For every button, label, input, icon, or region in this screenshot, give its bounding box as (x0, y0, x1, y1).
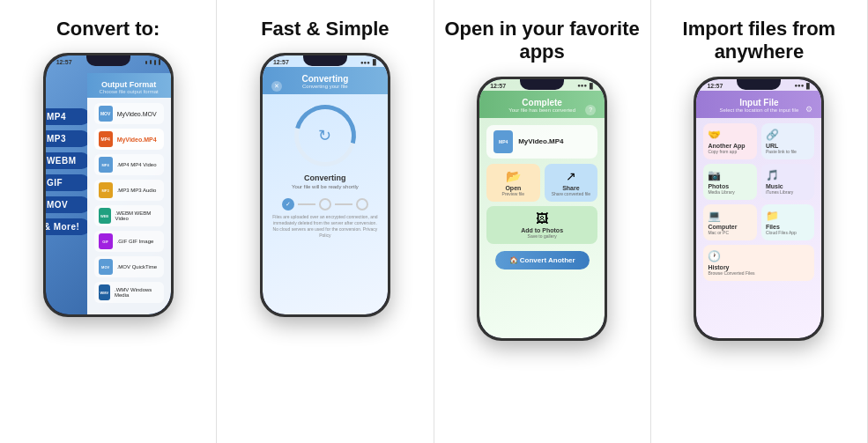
open-icon: 📂 (492, 169, 535, 183)
computer-label: Computer (708, 224, 737, 230)
action-open[interactable]: 📂 Open Preview file (486, 164, 540, 202)
photos-icon: 🖼 (492, 211, 592, 225)
file-name-mp4v: .MP4 MP4 Video (117, 162, 157, 167)
history-icon: 🕐 (708, 250, 721, 262)
file-item-mp4v: MP4 .MP4 MP4 Video (94, 154, 164, 175)
time3: 12:57 (490, 83, 506, 89)
converting-header: ✕ Converting Converting your file (263, 67, 388, 94)
file-icon-mp4: MP4 (99, 131, 113, 147)
files-label: Files (766, 224, 780, 230)
photos-import-icon: 📷 (708, 169, 721, 181)
signal2 (150, 60, 152, 64)
time2: 12:57 (273, 59, 289, 65)
output-header: Output Format Choose file output format (87, 73, 171, 98)
step3 (356, 198, 368, 210)
time: 12:57 (56, 59, 72, 65)
file-list: MOV MyVideo.MOV MP4 MyVideo.MP4 MP4 .MP4… (87, 98, 171, 308)
photos-sublabel: Save to gallery (492, 233, 592, 239)
signal3 (154, 60, 156, 65)
another-app-label: Another App (708, 143, 745, 149)
panel-converting: Fast & Simple 12:57 ●●● ▊ ✕ Converting C… (217, 0, 434, 443)
computer-icon: 💻 (708, 210, 721, 222)
converted-file: MP4 MyVideo.MP4 (486, 125, 597, 159)
file-name-mp4: MyVideo.MP4 (117, 137, 157, 143)
conv-label: Converting (263, 174, 388, 182)
open-label: Open (492, 185, 535, 191)
music-icon: 🎵 (766, 169, 779, 181)
url-label: URL (766, 143, 778, 149)
convert-another-label: 🏠 Convert Another (509, 256, 575, 264)
action-share[interactable]: ↗ Share Share converted file (545, 164, 598, 202)
file-icon-mp3: MP3 (99, 182, 113, 198)
action-photos[interactable]: 🖼 Add to Photos Save to gallery (486, 206, 597, 244)
photos-import-label: Photos (708, 183, 729, 189)
status-icons2: ●●● ▊ (360, 59, 377, 65)
import-history[interactable]: 🕐 History Browse Converted Files (703, 245, 814, 281)
complete-header: ? Complete Your file has been converted (479, 91, 605, 118)
conv-sublabel: Your file will be ready shortly (263, 184, 388, 189)
converting-header-wrap: ✕ Converting Converting your file (263, 67, 388, 94)
help-button[interactable]: ? (585, 105, 596, 115)
import-photos[interactable]: 📷 Photos Media Library (703, 164, 757, 200)
url-sublabel: Paste link to file (766, 149, 797, 154)
signal1 (145, 61, 147, 64)
signal4 (159, 59, 160, 65)
import-another-app[interactable]: 🤝 Another App Copy from app (703, 123, 757, 159)
share-sublabel: Share converted file (550, 191, 593, 196)
panel-convert: Convert to: 12:57 .MP4 .MP3 .WEBM .GIF .… (0, 0, 217, 443)
another-app-sublabel: Copy from app (708, 149, 737, 154)
files-icon: 📁 (766, 210, 779, 222)
format-webm: .WEBM (46, 152, 91, 169)
step-line2 (335, 203, 352, 205)
import-header-wrap: ⚙ Input File Select the location of the … (696, 91, 821, 118)
music-sublabel: iTunes Library (766, 189, 794, 195)
panel-complete-heading: Open in your favorite apps (443, 18, 642, 64)
conv-subtitle: Converting your file (271, 84, 379, 89)
step2 (319, 198, 331, 210)
file-icon-gif: GIF (99, 233, 113, 249)
file-item-mp4: MP4 MyVideo.MP4 (94, 129, 164, 150)
import-header: ⚙ Input File Select the location of the … (696, 91, 821, 118)
convert-another-button[interactable]: 🏠 Convert Another (495, 251, 590, 269)
format-mp3: .MP3 (46, 130, 91, 147)
import-music[interactable]: 🎵 Music iTunes Library (761, 164, 815, 200)
step-line1 (298, 203, 315, 205)
import-files[interactable]: 📁 Files Cloud Files App (761, 204, 815, 240)
file-item-mov: MOV MyVideo.MOV (94, 103, 164, 124)
format-mp4: .MP4 (46, 108, 91, 125)
comp-title: Complete (488, 98, 596, 107)
settings-button[interactable]: ⚙ (805, 105, 812, 114)
format-list: .MP4 .MP3 .WEBM .GIF .MOV & More! (46, 108, 91, 235)
file-name-gif: .GIF GIF Image (117, 239, 154, 244)
computer-sublabel: Mac or PC (708, 230, 729, 235)
close-button[interactable]: ✕ (271, 81, 282, 92)
import-computer[interactable]: 💻 Computer Mac or PC (703, 204, 757, 240)
file-icon-webm: WEB (99, 208, 111, 224)
panel-convert-heading: Convert to: (56, 18, 160, 41)
another-app-icon: 🤝 (708, 129, 721, 141)
imp-subtitle: Select the location of the input file (705, 107, 812, 113)
conv-title: Converting (271, 74, 379, 84)
format-gif: .GIF (46, 174, 91, 191)
file-icon-wmv: WMV (99, 284, 110, 300)
status-icons (145, 59, 160, 65)
music-label: Music (766, 183, 783, 189)
phone-converting: 12:57 ●●● ▊ ✕ Converting Converting your… (260, 53, 390, 317)
phone-import: 12:57 ●●● ▊ ⚙ Input File Select the loca… (694, 77, 824, 341)
file-item-mp3: MP3 .MP3 MP3 Audio (94, 180, 164, 201)
format-mov: .MOV (46, 196, 91, 213)
privacy-note: Files are uploaded over an encrypted con… (263, 214, 388, 239)
phone-convert: 12:57 .MP4 .MP3 .WEBM .GIF .MOV & More! (43, 53, 174, 317)
panel-import: Import files from anywhere 12:57 ●●● ▊ ⚙… (651, 0, 868, 443)
progress-steps: ✓ (263, 198, 388, 210)
file-name-mp3: .MP3 MP3 Audio (117, 188, 157, 193)
file-icon-mp4v: MP4 (99, 157, 113, 173)
phone-notch (86, 55, 130, 66)
import-url[interactable]: 🔗 URL Paste link to file (761, 123, 815, 159)
time4: 12:57 (707, 83, 723, 89)
status-icons4: ●●● ▊ (795, 83, 812, 89)
phone-notch2 (303, 55, 347, 66)
mp4-file-icon: MP4 (493, 130, 513, 153)
mp4-file-name: MyVideo.MP4 (518, 137, 563, 145)
file-name-webm: .WEBM WEBM Video (115, 210, 160, 221)
